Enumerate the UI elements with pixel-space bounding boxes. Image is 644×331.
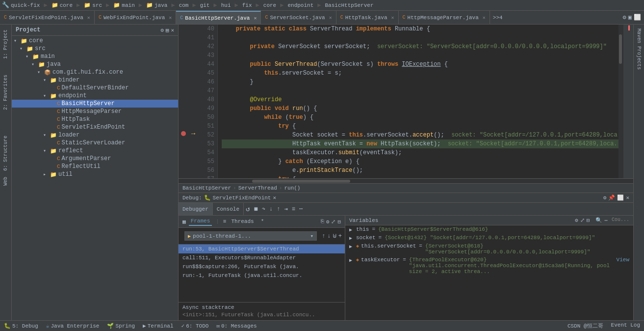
tree-item-main[interactable]: ▾ 📁 main: [12, 53, 178, 60]
debug-stop-icon[interactable]: ■: [252, 205, 259, 213]
toolbar-com[interactable]: com: [179, 2, 189, 8]
vars-more-icon[interactable]: ⋯: [604, 217, 608, 223]
vars-search-icon[interactable]: 🔍: [595, 217, 602, 223]
debug-close-icon[interactable]: ✕: [626, 194, 629, 201]
debug-evaluate-icon[interactable]: ≡: [290, 206, 297, 213]
tab-httpmessageparser[interactable]: C HttpMessageParser.java ✕: [399, 11, 490, 24]
frames-copy-icon[interactable]: ⎘: [321, 219, 324, 225]
toolbar-core2[interactable]: core: [263, 2, 276, 8]
frames-settings-icon[interactable]: ⚙: [326, 219, 330, 225]
tab-close-serversocket[interactable]: ✕: [329, 15, 332, 21]
breadcrumb-basichttpserver[interactable]: BasicHttpServer: [182, 185, 231, 191]
var-item-socket[interactable]: ▶ socket = {Socket@1432} "Socket[addr=/1…: [345, 234, 633, 242]
debug-more-icon[interactable]: ⋯: [297, 205, 305, 213]
tree-item-servletfixendpoint[interactable]: ▸ C ServletFixEndPoint: [12, 123, 178, 131]
debug-step-into-icon[interactable]: ↓: [267, 206, 275, 213]
status-debug[interactable]: 🐛 5: Debug: [4, 323, 38, 329]
tree-item-package[interactable]: ▾ 📦 com.git.hui.fix.core: [12, 68, 178, 76]
code-content[interactable]: private static class ServerThread implem…: [218, 25, 618, 178]
status-java-enterprise[interactable]: ☕ Java Enterprise: [46, 323, 100, 329]
status-todo[interactable]: ✓ 6: TODO: [181, 323, 209, 329]
tree-item-staticserverloader[interactable]: ▸ C StaticServerLoader: [12, 139, 178, 147]
toolbar-src[interactable]: 📁 src: [84, 2, 102, 8]
tree-item-httptask[interactable]: ▸ C HttpTask: [12, 115, 178, 123]
sidebar-structure-label[interactable]: 6: Structure: [2, 133, 9, 174]
frame-item-1[interactable]: call:511, Executors$RunnableAdapter: [179, 253, 345, 262]
tab-expand-icon[interactable]: ⬜: [634, 14, 641, 21]
var-more-link-taskexecutor[interactable]: View: [617, 257, 629, 263]
gutter-53-bp[interactable]: [179, 130, 188, 138]
tab-split-icon[interactable]: ▣: [628, 14, 632, 21]
tab-close-parser[interactable]: ✕: [483, 15, 486, 21]
tab-basichttpserver[interactable]: C BasicHttpServer.java ✕: [176, 11, 261, 24]
tree-item-argumentparser[interactable]: ▸ C ArgumentParser: [12, 155, 178, 163]
tab-threads[interactable]: Threads: [229, 218, 256, 225]
thread-dropdown[interactable]: ▶ pool-1-thread-1... ▾: [184, 231, 317, 241]
tree-item-core[interactable]: ▾ 📁 core: [12, 37, 178, 45]
var-item-taskexecutor[interactable]: ▶ ◈ taskExecutor = {ThreadPoolExecutor@6…: [345, 256, 633, 276]
frame-item-3[interactable]: run:-1, FutureTask (java.util.concur.: [179, 271, 345, 280]
tree-item-binder[interactable]: ▾ 📁 binder: [12, 76, 178, 84]
debug-expand-icon[interactable]: ⬜: [617, 194, 624, 201]
toolbar-hui[interactable]: hui: [221, 2, 231, 8]
tab-close-httptask[interactable]: ✕: [391, 15, 394, 21]
tab-servlet-fix[interactable]: C ServletFixEndPoint.java ✕: [0, 11, 95, 24]
toolbar-git[interactable]: git: [200, 2, 210, 8]
toolbar-project[interactable]: 🔧 quick-fix: [2, 1, 40, 9]
var-item-serversocket[interactable]: ▶ ◈ this.serverSocket = {ServerSocket@61…: [345, 242, 633, 256]
tab-more[interactable]: >>4: [490, 11, 506, 24]
tree-item-endpoint[interactable]: ▾ 📁 endpoint: [12, 92, 178, 100]
toolbar-basichttpserver[interactable]: BasicHttpServer: [325, 2, 374, 8]
breadcrumb-serverthread[interactable]: ServerThread: [238, 185, 277, 191]
tab-webfix[interactable]: C WebFixEndPoint.java ✕: [95, 11, 176, 24]
debug-restart-icon[interactable]: ↺: [244, 205, 252, 213]
frame-item-0[interactable]: run:53, BasicHttpServer$ServerThread: [179, 245, 345, 253]
debug-pin-icon[interactable]: 📌: [608, 194, 615, 201]
tab-httptask[interactable]: C HttpTask.java ✕: [336, 11, 399, 24]
frame-item-2[interactable]: run$$$capture:266, FutureTask (java.: [179, 262, 345, 271]
debug-session-name[interactable]: ServletFixEndPoint: [213, 195, 271, 201]
sidebar-close-icon[interactable]: ✕: [171, 27, 174, 33]
tab-close-servlet[interactable]: ✕: [87, 15, 90, 21]
tab-console[interactable]: Console: [213, 203, 244, 215]
tab-close-webfix[interactable]: ✕: [169, 15, 172, 21]
sidebar-web-label[interactable]: Web: [2, 174, 9, 189]
tree-item-util[interactable]: ▸ 📁 util: [12, 170, 178, 178]
sidebar-expand-icon[interactable]: ▤: [166, 27, 169, 33]
tree-item-src[interactable]: ▾ 📁 src: [12, 45, 178, 53]
tab-settings-icon[interactable]: ⚙: [623, 14, 626, 21]
code-scrollbar[interactable]: [618, 25, 623, 178]
toolbar-fix[interactable]: fix: [242, 2, 252, 8]
tab-debugger[interactable]: Debugger: [179, 203, 213, 215]
toolbar-main[interactable]: 📁 main: [113, 2, 134, 8]
tree-item-loader[interactable]: ▾ 📁 loader: [12, 131, 178, 139]
frames-expand-icon[interactable]: ⤢: [331, 219, 335, 225]
sidebar-project-label[interactable]: 1: Project: [2, 27, 9, 62]
tree-item-java[interactable]: ▾ 📁 java: [12, 60, 178, 68]
tree-item-basichttpserver[interactable]: ▸ C BasicHttpServer: [12, 100, 178, 108]
sidebar-gear-icon[interactable]: ⚙: [160, 27, 164, 33]
sidebar-favorites-label[interactable]: 2: Favorites: [2, 72, 9, 113]
tree-item-reflect[interactable]: ▾ 📁 reflect: [12, 147, 178, 155]
breadcrumb-run[interactable]: run(): [284, 185, 300, 191]
var-item-this[interactable]: ▶ this = {BasicHttpServer$ServerThread@6…: [345, 225, 633, 234]
vars-collapse-icon[interactable]: ⊟: [587, 217, 590, 223]
tab-frames[interactable]: Frames: [189, 217, 212, 226]
tab-close-basic[interactable]: ✕: [254, 15, 257, 21]
thread-filter-icon[interactable]: ⊎: [333, 232, 336, 240]
status-messages[interactable]: ✉ 0: Messages: [216, 323, 257, 329]
status-terminal[interactable]: ▶ Terminal: [143, 323, 173, 329]
frames-close-icon[interactable]: ⊟: [337, 219, 341, 225]
code-hscrollbar[interactable]: [179, 178, 633, 183]
status-spring[interactable]: 🌱 Spring: [107, 323, 135, 329]
tree-item-defaultserverbinder[interactable]: ▸ C DefaultServerBinder: [12, 84, 178, 92]
toolbar-core[interactable]: 📁 core: [52, 2, 73, 8]
maven-projects-label[interactable]: Maven Projects: [635, 27, 643, 72]
threads-filter-icon[interactable]: *: [261, 219, 264, 224]
tree-item-reflectutil[interactable]: ▸ C ReflectUtil: [12, 163, 178, 170]
debug-settings-icon[interactable]: ⚙: [603, 194, 607, 201]
toolbar-java[interactable]: 📁 java: [146, 2, 167, 8]
vars-expand-icon[interactable]: ⤢: [580, 217, 585, 223]
tab-serversocket[interactable]: C ServerSocket.java ✕: [261, 11, 336, 24]
vars-settings-icon[interactable]: ⚙: [575, 217, 578, 223]
